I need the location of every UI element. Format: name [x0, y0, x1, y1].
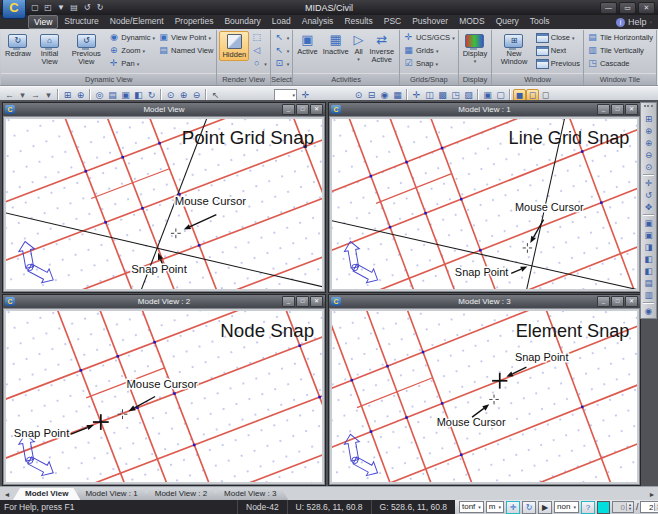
move-view-icon[interactable]: ✥ — [642, 201, 655, 213]
window-restore-button[interactable]: □ — [296, 296, 309, 307]
zoom-menu[interactable]: ⊕Zoom▾ — [107, 44, 156, 57]
display-button[interactable]: Display ▾ — [461, 31, 490, 65]
menu-tab-tools[interactable]: Tools — [525, 15, 555, 29]
menu-tab-boundary[interactable]: Boundary — [219, 15, 265, 29]
named-view-button[interactable]: ▤Named View — [157, 44, 214, 57]
capture-icon[interactable]: ◉ — [642, 305, 655, 317]
ucs-gcs-menu[interactable]: ✛UCS/GCS▾ — [402, 31, 456, 44]
model-view-window-0[interactable]: C Model View _□✕ Mouse CursorSnap PointP… — [2, 102, 326, 293]
view-tab-2[interactable]: Model View : 2 — [143, 488, 219, 500]
menu-tab-mods[interactable]: MODS — [454, 15, 490, 29]
menu-tab-query[interactable]: Query — [491, 15, 524, 29]
spinner-left[interactable]: 0▲▼ — [612, 501, 634, 513]
window-restore-button[interactable]: □ — [296, 104, 309, 115]
previous-view-button[interactable]: ↺ Previous View — [66, 31, 106, 67]
view-tab-1[interactable]: Model View : 1 — [73, 488, 149, 500]
model-canvas-2[interactable]: Mouse CursorSnap PointNode Snap — [4, 309, 324, 484]
model-canvas-0[interactable]: Mouse CursorSnap PointPoint Grid Snap — [4, 117, 324, 291]
window-minimize-button[interactable]: _ — [597, 104, 610, 115]
model-canvas-1[interactable]: Mouse CursorSnap PointLine Grid Snap — [330, 117, 639, 291]
snap-menu[interactable]: ☑Snap▾ — [402, 57, 456, 70]
window-close-button[interactable]: ✕ — [310, 296, 323, 307]
pan-menu[interactable]: ✛Pan▾ — [107, 57, 156, 70]
initial-view-button[interactable]: ⌂ Initial View — [34, 31, 65, 67]
hidden-render-icon[interactable]: ▤ — [642, 277, 655, 289]
toolbar-grip[interactable] — [644, 105, 653, 111]
tile-vertically-button[interactable]: ▥Tile Vertically — [586, 44, 654, 57]
shade-render-icon[interactable]: ▥ — [642, 289, 655, 301]
view-left-icon[interactable]: ◧ — [642, 253, 655, 265]
model-view-window-2[interactable]: C Model View : 2 _□✕ Mouse CursorSnap Po… — [2, 294, 326, 486]
window-close-button[interactable]: ✕ — [625, 296, 638, 307]
model-view-3-titlebar[interactable]: C Model View : 3 _□✕ — [329, 295, 640, 308]
view-iso-icon[interactable]: ◧ — [642, 265, 655, 277]
minimize-button[interactable]: — — [600, 2, 617, 14]
midas-logo-icon[interactable]: C — [2, 0, 26, 19]
view-front-icon[interactable]: ▣ — [642, 229, 655, 241]
menu-tab-results[interactable]: Results — [339, 15, 377, 29]
model-view-2-titlebar[interactable]: C Model View : 2 _□✕ — [3, 295, 325, 308]
model-view-0-titlebar[interactable]: C Model View _□✕ — [3, 103, 325, 116]
axis-toggle-button[interactable]: ✛ — [506, 501, 520, 514]
model-view-window-1[interactable]: C Model View : 1 _□✕ Mouse CursorSnap Po… — [328, 102, 641, 293]
play-button[interactable]: ▶ — [538, 501, 552, 514]
view-tab-3[interactable]: Model View : 3 — [212, 488, 288, 500]
model-view-1-titlebar[interactable]: C Model View : 1 _□✕ — [329, 103, 640, 116]
render-option-1[interactable]: ⬚ — [250, 31, 268, 44]
length-unit-dropdown[interactable]: m▾ — [486, 501, 504, 513]
query-button[interactable]: ? — [581, 501, 595, 514]
render-option-2[interactable]: ◁ — [250, 44, 268, 57]
dynamic-menu[interactable]: ◉Dynamic▾ — [107, 31, 156, 44]
color-swatch[interactable] — [597, 501, 610, 514]
all-button[interactable]: ▷ All ▾ — [352, 31, 366, 63]
window-minimize-button[interactable]: _ — [282, 296, 295, 307]
new-window-button[interactable]: ⊞ New Window — [494, 31, 534, 67]
option-dropdown[interactable]: non▾ — [554, 501, 579, 513]
zoom-in-icon[interactable]: ⊕ — [642, 137, 655, 149]
inverse-active-button[interactable]: ⇄ Inverse Active — [367, 31, 397, 65]
grids-menu[interactable]: ▦Grids▾ — [402, 44, 456, 57]
menu-tab-properties[interactable]: Properties — [170, 15, 219, 29]
select-polygon-menu[interactable]: ⊡▾ — [273, 57, 291, 70]
menu-tab-analysis[interactable]: Analysis — [297, 15, 339, 29]
menu-tab-view[interactable]: View — [28, 15, 58, 29]
rotate-toggle-button[interactable]: ↻ — [522, 501, 536, 514]
window-close-button[interactable]: ✕ — [310, 104, 323, 115]
view-standard-icon[interactable]: ▣ — [642, 217, 655, 229]
window-restore-button[interactable]: □ — [611, 104, 624, 115]
previous-window-button[interactable]: Previous — [535, 57, 581, 70]
menu-tab-load[interactable]: Load — [267, 15, 296, 29]
next-window-button[interactable]: Next — [535, 44, 581, 57]
zoom-out-icon[interactable]: ⊖ — [642, 149, 655, 161]
zoom-dynamic-icon[interactable]: ⊕ — [642, 125, 655, 137]
window-minimize-button[interactable]: _ — [597, 296, 610, 307]
close-button[interactable]: ✕ — [638, 2, 655, 14]
select-single-menu[interactable]: ↖▾ — [273, 31, 291, 44]
menu-tab-psc[interactable]: PSC — [379, 15, 406, 29]
help-menu[interactable]: i Help ▾ — [616, 17, 658, 27]
rotate-dynamic-icon[interactable]: ↺ — [642, 189, 655, 201]
menu-tab-pushover[interactable]: Pushover — [407, 15, 453, 29]
force-unit-dropdown[interactable]: tonf▾ — [459, 501, 484, 513]
cascade-button[interactable]: ◳Cascade — [586, 57, 654, 70]
menu-tab-structure[interactable]: Structure — [59, 15, 104, 29]
spinner-right[interactable]: 2▲▼ — [640, 501, 658, 513]
tile-horizontally-button[interactable]: ▤Tile Horizontally — [586, 31, 654, 44]
redraw-button[interactable]: ↻ Redraw — [3, 31, 33, 59]
tab-scroll-left-icon[interactable]: ◄ — [2, 489, 12, 500]
model-view-window-3[interactable]: C Model View : 3 _□✕ Mouse CursorSnap Po… — [328, 294, 641, 486]
window-close-button[interactable]: ✕ — [625, 104, 638, 115]
inactive-button[interactable]: ▦ Inactive — [321, 31, 351, 57]
window-restore-button[interactable]: □ — [611, 296, 624, 307]
view-top-icon[interactable]: ◨ — [642, 241, 655, 253]
close-window-menu[interactable]: Close▾ — [535, 31, 581, 44]
render-option-3[interactable]: ○▾ — [250, 57, 268, 70]
view-point-menu[interactable]: ▣View Point▾ — [157, 31, 214, 44]
view-tab-0[interactable]: Model View — [13, 488, 80, 500]
model-canvas-3[interactable]: Mouse CursorSnap PointElement Snap — [330, 309, 639, 484]
active-button[interactable]: ▣ Active — [295, 31, 319, 57]
pan-icon[interactable]: ✛ — [642, 177, 655, 189]
maximize-button[interactable]: ▭ — [619, 2, 636, 14]
window-minimize-button[interactable]: _ — [282, 104, 295, 115]
menu-tab-node-element[interactable]: Node/Element — [105, 15, 169, 29]
